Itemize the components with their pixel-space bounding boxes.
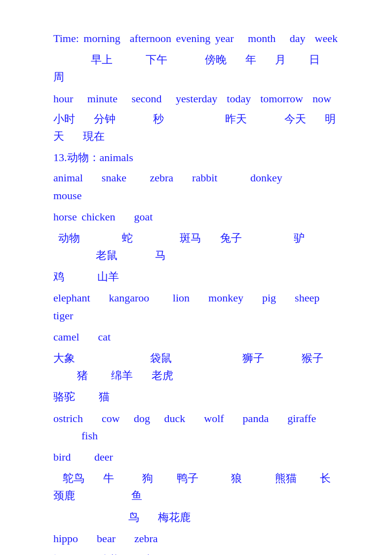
line-elephant-zh2: 骆驼 猫 (53, 388, 339, 405)
section-animals-header: 13.动物：animals (53, 149, 339, 166)
line-ostrich-zh1: 鸵鸟 牛 狗 鸭子 狼 熊猫 长颈鹿 鱼 (53, 470, 339, 504)
line-animal-en2: horse chicken goat (53, 208, 339, 225)
line-animal-zh1: 动物 蛇 斑马 兔子 驴 老鼠 马 (53, 229, 339, 264)
line-time-en: Time: morning afternoon evening year mon… (53, 30, 339, 47)
line-animal-en1: animal snake zebra rabbit donkey mouse (53, 169, 339, 204)
line-elephant-zh1: 大象 袋鼠 狮子 猴子 猪 绵羊 老虎 (53, 349, 339, 384)
line-ostrich-en1: ostrich cow dog duck wolf panda giraffe … (53, 410, 339, 444)
line-ostrich-en2: bird deer (53, 448, 339, 466)
line-hour-en: hour minute second yesterday today tomor… (53, 90, 339, 107)
line-hippo-zh: 河马 狗熊 斑马 (53, 551, 339, 555)
line-elephant-en1: elephant kangaroo lion monkey pig sheep … (53, 289, 339, 324)
line-hippo-en: hippo bear zebra (53, 530, 339, 547)
page-content: Time: morning afternoon evening year mon… (53, 30, 339, 555)
line-elephant-en2: camel cat (53, 328, 339, 345)
line-time-zh: 早上 下午 傍晚 年 月 日 周 (53, 51, 339, 85)
line-ostrich-zh2: 鸟 梅花鹿 (53, 509, 339, 526)
line-animal-zh2: 鸡 山羊 (53, 268, 339, 285)
line-hour-zh: 小时 分钟 秒 昨天 今天 明天 現在 (53, 110, 339, 145)
